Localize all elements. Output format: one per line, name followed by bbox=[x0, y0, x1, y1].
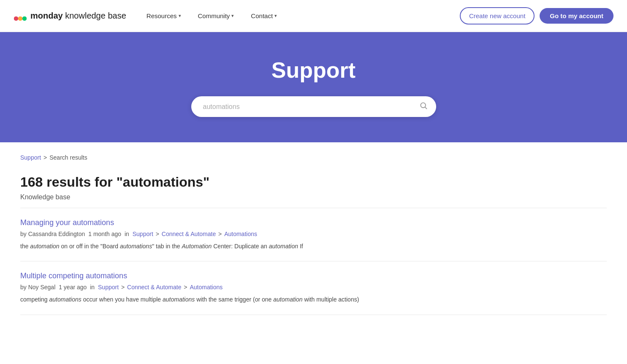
search-icon[interactable] bbox=[419, 101, 428, 112]
breadcrumb-separator: > bbox=[43, 154, 47, 161]
results-category: Knowledge base bbox=[20, 193, 607, 208]
result-meta: by Cassandra Eddington 1 month ago in Su… bbox=[20, 231, 607, 237]
result-path-automations[interactable]: Automations bbox=[224, 231, 257, 237]
breadcrumb-support-link[interactable]: Support bbox=[20, 154, 41, 161]
header-right: Create new account Go to my account bbox=[460, 7, 613, 24]
result-path-connect[interactable]: Connect & Automate bbox=[127, 284, 181, 291]
chevron-down-icon: ▾ bbox=[274, 13, 277, 19]
svg-point-7 bbox=[18, 16, 22, 21]
header: monday knowledge base Resources ▾ Commun… bbox=[0, 0, 627, 32]
hero-section: Support bbox=[0, 32, 627, 142]
result-item: Managing your automations by Cassandra E… bbox=[20, 208, 607, 261]
result-time: 1 year ago bbox=[59, 284, 87, 291]
create-account-button[interactable]: Create new account bbox=[460, 7, 535, 24]
logo[interactable]: monday knowledge base bbox=[14, 9, 126, 23]
result-excerpt: the automation on or off in the "Board a… bbox=[20, 242, 607, 251]
result-item: Multiple competing automations by Noy Se… bbox=[20, 261, 607, 315]
result-in-label: in bbox=[90, 284, 95, 291]
svg-line-10 bbox=[425, 107, 426, 109]
main-nav: Resources ▾ Community ▾ Contact ▾ bbox=[140, 9, 284, 23]
search-bar bbox=[191, 96, 436, 117]
nav-item-community[interactable]: Community ▾ bbox=[191, 9, 241, 23]
hero-title: Support bbox=[271, 57, 356, 83]
chevron-down-icon: ▾ bbox=[179, 13, 181, 19]
search-input[interactable] bbox=[203, 103, 419, 111]
results-heading: 168 results for "automations" bbox=[20, 174, 607, 190]
svg-point-6 bbox=[14, 16, 18, 21]
breadcrumb: Support > Search results bbox=[20, 154, 607, 161]
result-title[interactable]: Managing your automations bbox=[20, 218, 607, 227]
result-in-label: in bbox=[125, 231, 129, 237]
svg-point-8 bbox=[22, 16, 27, 21]
result-author: by Noy Segal bbox=[20, 284, 55, 291]
result-path-support[interactable]: Support bbox=[133, 231, 153, 237]
result-path-support[interactable]: Support bbox=[98, 284, 119, 291]
result-author: by Cassandra Eddington bbox=[20, 231, 85, 237]
main-content: 168 results for "automations" Knowledge … bbox=[0, 161, 627, 335]
go-to-account-button[interactable]: Go to my account bbox=[540, 8, 613, 24]
logo-text: monday knowledge base bbox=[30, 11, 126, 21]
result-time: 1 month ago bbox=[88, 231, 121, 237]
breadcrumb-current: Search results bbox=[49, 154, 87, 161]
monday-logo-icon bbox=[14, 9, 27, 23]
chevron-down-icon: ▾ bbox=[231, 13, 234, 19]
result-excerpt: competing automations occur when you hav… bbox=[20, 295, 607, 304]
nav-item-resources[interactable]: Resources ▾ bbox=[140, 9, 188, 23]
header-left: monday knowledge base Resources ▾ Commun… bbox=[14, 9, 284, 23]
nav-item-contact[interactable]: Contact ▾ bbox=[244, 9, 284, 23]
result-title[interactable]: Multiple competing automations bbox=[20, 272, 607, 280]
result-path-automations[interactable]: Automations bbox=[190, 284, 223, 291]
breadcrumb-section: Support > Search results bbox=[0, 142, 627, 161]
result-meta: by Noy Segal 1 year ago in Support > Con… bbox=[20, 284, 607, 291]
result-path-connect[interactable]: Connect & Automate bbox=[162, 231, 216, 237]
